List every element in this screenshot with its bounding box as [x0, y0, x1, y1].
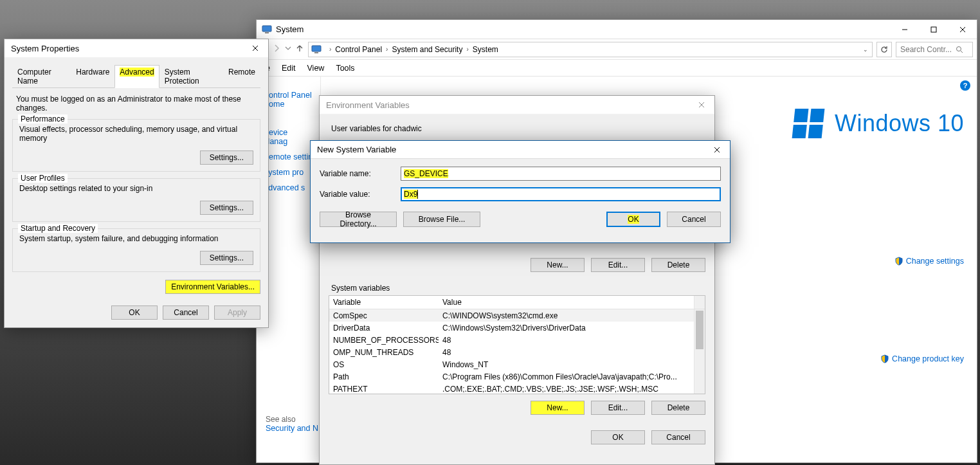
- profiles-settings-button[interactable]: Settings...: [200, 201, 253, 215]
- sys-delete-button[interactable]: Delete: [651, 401, 705, 415]
- cancel-button[interactable]: Cancel: [163, 305, 209, 320]
- titlebar[interactable]: System Properties: [5, 39, 268, 57]
- breadcrumb-item[interactable]: System: [473, 45, 498, 54]
- cancel-button[interactable]: Cancel: [651, 430, 705, 444]
- tab-system-protection[interactable]: System Protection: [159, 65, 223, 88]
- close-button[interactable]: [689, 96, 714, 114]
- breadcrumb-bar[interactable]: › Control Panel › System and Security › …: [308, 42, 873, 57]
- shield-icon: [894, 257, 903, 266]
- startup-recovery-group: Startup and Recovery System startup, sys…: [12, 228, 260, 272]
- up-button[interactable]: [295, 44, 304, 55]
- table-row[interactable]: OSWindows_NT: [329, 358, 705, 370]
- col-variable[interactable]: Variable: [329, 296, 439, 309]
- cell-variable: ComSpec: [329, 309, 439, 322]
- chevron-right-icon: ›: [385, 46, 389, 53]
- svg-point-8: [957, 46, 961, 51]
- search-box[interactable]: Search Contr...: [896, 42, 973, 57]
- monitor-icon: [311, 44, 322, 55]
- svg-rect-1: [265, 32, 269, 33]
- help-icon[interactable]: ?: [960, 80, 970, 91]
- tab-computer-name[interactable]: Computer Name: [12, 65, 71, 88]
- cell-variable: OMP_NUM_THREADS: [329, 346, 439, 359]
- maximize-button[interactable]: [919, 20, 948, 39]
- menu-edit[interactable]: Edit: [282, 64, 296, 73]
- titlebar[interactable]: New System Variable: [311, 141, 730, 159]
- cell-value: C:\Program Files (x86)\Common Files\Orac…: [439, 370, 705, 383]
- cell-variable: DriverData: [329, 322, 439, 334]
- user-variables-label: User variables for chadwic: [331, 124, 705, 133]
- ok-button[interactable]: OK: [591, 430, 645, 444]
- sys-edit-button[interactable]: Edit...: [591, 401, 645, 415]
- close-button[interactable]: [242, 39, 268, 57]
- table-row[interactable]: PathC:\Program Files (x86)\Common Files\…: [329, 370, 705, 383]
- recent-dropdown[interactable]: [284, 44, 293, 55]
- new-system-variable-dialog: New System Variable Variable name: GS_DE…: [310, 140, 730, 243]
- close-button[interactable]: [948, 20, 977, 39]
- tab-advanced[interactable]: Advanced: [114, 65, 159, 88]
- minimize-button[interactable]: [890, 20, 919, 39]
- cell-value: Windows_NT: [439, 358, 705, 371]
- advanced-settings-link[interactable]: Advanced s: [263, 183, 314, 192]
- admin-note: You must be logged on as an Administrato…: [12, 88, 260, 113]
- ok-button[interactable]: OK: [111, 305, 158, 320]
- sys-new-button[interactable]: New...: [531, 401, 585, 415]
- group-title: Performance: [18, 114, 68, 123]
- search-placeholder: Search Contr...: [900, 45, 952, 54]
- startup-desc: System startup, system failure, and debu…: [19, 234, 253, 243]
- svg-rect-7: [314, 52, 318, 53]
- breadcrumb-item[interactable]: System and Security: [392, 45, 462, 54]
- scrollbar-thumb[interactable]: [696, 311, 703, 349]
- chevron-right-icon: ›: [328, 46, 332, 53]
- browse-directory-button[interactable]: Browse Directory...: [320, 212, 397, 227]
- user-new-button[interactable]: New...: [531, 258, 585, 272]
- system-variables-table[interactable]: Variable Value ComSpecC:\WINDOWS\system3…: [329, 295, 705, 394]
- breadcrumb-item[interactable]: Control Panel: [335, 45, 382, 54]
- ok-button[interactable]: OK: [606, 212, 660, 227]
- cell-value: 48: [439, 334, 705, 347]
- menu-tools[interactable]: Tools: [336, 64, 354, 73]
- close-button[interactable]: [704, 141, 730, 159]
- titlebar[interactable]: System: [257, 20, 977, 39]
- user-delete-button[interactable]: Delete: [651, 258, 705, 272]
- cell-variable: PATHEXT: [329, 383, 439, 394]
- tab-hardware[interactable]: Hardware: [71, 65, 114, 88]
- group-title: User Profiles: [18, 174, 68, 183]
- search-icon: [956, 46, 963, 53]
- cancel-button[interactable]: Cancel: [667, 212, 721, 227]
- environment-variables-button[interactable]: Environment Variables...: [165, 280, 260, 294]
- change-settings-link[interactable]: Change settings: [894, 257, 964, 266]
- system-protection-link[interactable]: System pro: [263, 168, 314, 177]
- table-row[interactable]: DriverDataC:\Windows\System32\Drivers\Dr…: [329, 322, 705, 334]
- menu-bar: e Edit View Tools: [257, 60, 977, 77]
- browse-file-button[interactable]: Browse File...: [403, 212, 480, 227]
- see-also-heading: See also: [266, 415, 296, 424]
- apply-button[interactable]: Apply: [214, 305, 260, 320]
- col-value[interactable]: Value: [439, 296, 694, 309]
- refresh-button[interactable]: [876, 42, 892, 57]
- table-row[interactable]: OMP_NUM_THREADS48: [329, 346, 705, 358]
- table-row[interactable]: PATHEXT.COM;.EXE;.BAT;.CMD;.VBS;.VBE;.JS…: [329, 383, 705, 394]
- menu-view[interactable]: View: [307, 64, 325, 73]
- titlebar[interactable]: Environment Variables: [320, 96, 714, 114]
- tab-bar: Computer Name Hardware Advanced System P…: [12, 65, 260, 88]
- device-manager-link[interactable]: Device Manag: [263, 128, 314, 146]
- variable-name-input[interactable]: [401, 167, 721, 181]
- table-row[interactable]: NUMBER_OF_PROCESSORS48: [329, 334, 705, 346]
- table-row[interactable]: ComSpecC:\WINDOWS\system32\cmd.exe: [329, 309, 705, 322]
- user-edit-button[interactable]: Edit...: [591, 258, 645, 272]
- variable-value-label: Variable value:: [320, 190, 397, 199]
- variable-value-input[interactable]: [401, 187, 721, 201]
- scrollbar-track[interactable]: [694, 296, 705, 309]
- chevron-down-icon[interactable]: ⌄: [862, 46, 869, 53]
- forward-button[interactable]: [272, 44, 281, 55]
- remote-settings-link[interactable]: Remote settin: [263, 152, 314, 161]
- security-maintenance-link[interactable]: Security and N: [266, 424, 318, 433]
- performance-group: Performance Visual effects, processor sc…: [12, 119, 260, 172]
- change-product-key-link[interactable]: Change product key: [880, 354, 964, 363]
- control-panel-home-link[interactable]: Control Panel Home: [263, 91, 314, 109]
- tab-remote[interactable]: Remote: [223, 65, 260, 88]
- user-vars-buttons: New... Edit... Delete: [329, 258, 705, 272]
- scrollbar[interactable]: [694, 309, 705, 394]
- performance-settings-button[interactable]: Settings...: [200, 150, 253, 165]
- startup-settings-button[interactable]: Settings...: [200, 251, 253, 265]
